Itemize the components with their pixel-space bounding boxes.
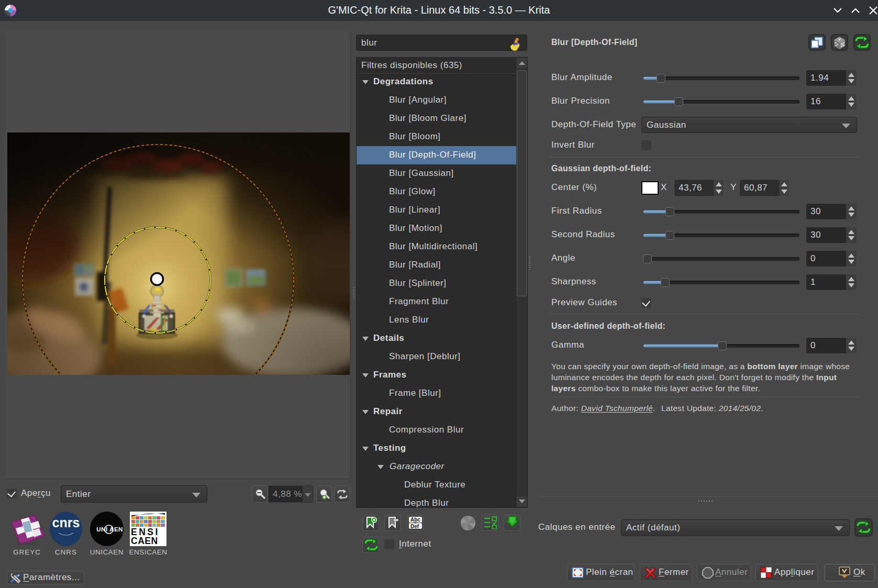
svg-text:Def: Def (410, 524, 419, 529)
svg-text:CAEN: CAEN (131, 536, 158, 546)
svg-text:Abc: Abc (410, 517, 420, 523)
svg-text:cnrs: cnrs (52, 515, 80, 530)
svg-text:AEN: AEN (109, 526, 123, 532)
svg-text:UNI: UNI (96, 526, 107, 532)
